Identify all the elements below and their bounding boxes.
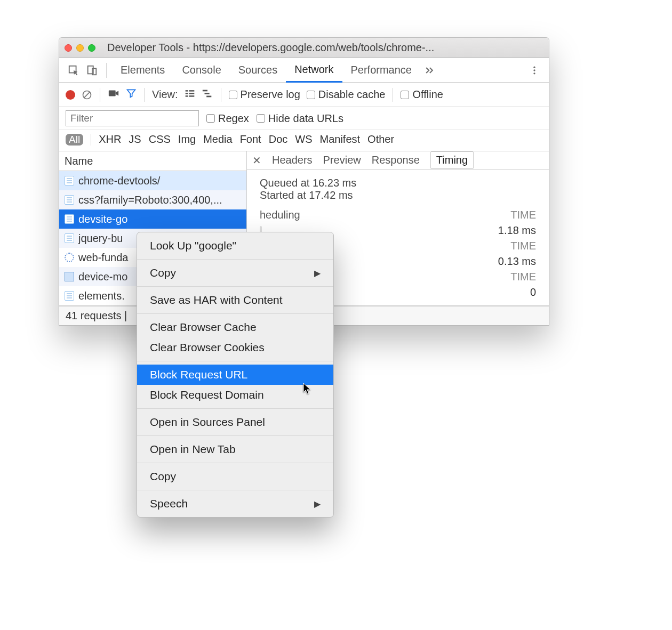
inspect-element-icon[interactable]: [65, 61, 83, 79]
svg-point-3: [533, 66, 535, 68]
timing-time-header: TIME: [510, 240, 536, 252]
offline-label: Offline: [412, 88, 443, 101]
type-filter-media[interactable]: Media: [203, 133, 232, 146]
svg-point-4: [533, 69, 535, 71]
tab-console[interactable]: Console: [173, 58, 229, 83]
request-row[interactable]: chrome-devtools/: [59, 171, 246, 190]
type-filter-manifest[interactable]: Manifest: [319, 133, 360, 146]
type-filter-xhr[interactable]: XHR: [99, 133, 121, 146]
device-toggle-icon[interactable]: [83, 61, 101, 79]
tab-preview[interactable]: Preview: [323, 154, 361, 166]
window-title: Developer Tools - https://developers.goo…: [107, 42, 543, 54]
context-menu-separator: [137, 435, 333, 436]
timing-time-header: TIME: [510, 271, 536, 283]
context-menu-item[interactable]: Block Request Domain: [137, 385, 333, 405]
context-menu-item[interactable]: Copy▶: [137, 263, 333, 283]
preserve-log-checkbox[interactable]: Preserve log: [229, 88, 300, 101]
svg-point-5: [533, 72, 535, 74]
context-menu-separator: [137, 259, 333, 260]
waterfall-view-icon[interactable]: [202, 88, 213, 101]
toolbar-divider: [106, 63, 107, 78]
doc-file-icon: [65, 233, 74, 243]
details-tabs: ✕ Headers Preview Response Timing: [247, 151, 549, 169]
svg-rect-9: [185, 90, 188, 92]
titlebar: Developer Tools - https://developers.goo…: [59, 38, 549, 58]
context-menu-label: Clear Browser Cache: [150, 321, 257, 334]
tab-response[interactable]: Response: [372, 154, 420, 166]
context-menu-item[interactable]: Save as HAR with Content: [137, 290, 333, 310]
context-menu-label: Open in New Tab: [150, 443, 236, 456]
large-rows-icon[interactable]: [185, 88, 195, 101]
window-close-button[interactable]: [65, 44, 72, 52]
type-filter-js[interactable]: JS: [129, 133, 141, 146]
filter-input[interactable]: [66, 110, 199, 126]
tab-sources[interactable]: Sources: [230, 58, 286, 83]
context-menu-label: Look Up "google": [150, 239, 236, 252]
request-row[interactable]: devsite-go: [59, 209, 246, 229]
timing-time-header: TIME: [510, 209, 536, 221]
img-file-icon: [65, 272, 74, 281]
context-menu-label: Block Request URL: [150, 368, 247, 381]
context-menu-item[interactable]: Block Request URL: [137, 365, 333, 385]
disable-cache-label: Disable cache: [318, 88, 386, 101]
name-column-header[interactable]: Name: [59, 151, 246, 171]
clear-icon[interactable]: [82, 90, 92, 100]
main-tabs: Elements Console Sources Network Perform…: [59, 58, 549, 83]
type-filter-ws[interactable]: WS: [295, 133, 312, 146]
context-menu-item[interactable]: Speech▶: [137, 494, 333, 514]
regex-label: Regex: [218, 112, 249, 125]
network-toolbar: View: Preserve log Disable cache Offline: [59, 83, 549, 107]
type-filter-css[interactable]: CSS: [149, 133, 171, 146]
tab-performance[interactable]: Performance: [342, 58, 421, 83]
context-menu-separator: [137, 286, 333, 287]
settings-kebab-icon[interactable]: [525, 61, 543, 79]
type-filter-other[interactable]: Other: [367, 133, 394, 146]
hide-data-urls-checkbox[interactable]: Hide data URLs: [257, 112, 343, 125]
context-menu-item[interactable]: Look Up "google": [137, 236, 333, 256]
context-menu-item[interactable]: Open in Sources Panel: [137, 412, 333, 432]
preserve-log-label: Preserve log: [241, 88, 300, 101]
window-maximize-button[interactable]: [88, 44, 95, 52]
checkbox-box: [401, 91, 409, 99]
toolbar-divider: [144, 88, 145, 102]
tab-elements[interactable]: Elements: [112, 58, 173, 83]
context-menu: Look Up "google"Copy▶Save as HAR with Co…: [137, 232, 334, 518]
svg-rect-12: [189, 93, 194, 94]
context-menu-item[interactable]: Copy: [137, 466, 333, 487]
camera-icon[interactable]: [108, 88, 119, 101]
filter-toggle-icon[interactable]: [126, 88, 137, 101]
context-menu-label: Copy: [150, 266, 176, 279]
regex-checkbox[interactable]: Regex: [206, 112, 249, 125]
window-traffic-lights: [65, 44, 95, 52]
timing-value: 0: [530, 286, 536, 298]
context-menu-item[interactable]: Clear Browser Cookies: [137, 337, 333, 358]
offline-checkbox[interactable]: Offline: [401, 88, 443, 101]
toolbar-divider: [393, 88, 393, 102]
window-minimize-button[interactable]: [76, 44, 84, 52]
context-menu-separator: [137, 361, 333, 361]
close-details-icon[interactable]: ✕: [252, 154, 261, 167]
svg-rect-14: [189, 95, 194, 97]
view-label: View:: [152, 88, 178, 101]
timing-queued: Queued at 16.23 ms: [260, 177, 536, 189]
tabs-overflow-icon[interactable]: [420, 61, 438, 79]
context-menu-item[interactable]: Open in New Tab: [137, 439, 333, 459]
tab-timing[interactable]: Timing: [430, 151, 474, 169]
checkbox-box: [307, 91, 315, 99]
context-menu-label: Save as HAR with Content: [150, 294, 283, 306]
type-filter-doc[interactable]: Doc: [269, 133, 288, 146]
tab-network[interactable]: Network: [286, 58, 342, 83]
context-menu-item[interactable]: Clear Browser Cache: [137, 317, 333, 337]
type-filter-all[interactable]: All: [66, 134, 83, 146]
svg-rect-16: [204, 93, 209, 94]
type-filter-font[interactable]: Font: [240, 133, 261, 146]
submenu-arrow-icon: ▶: [314, 499, 321, 509]
tab-headers[interactable]: Headers: [272, 154, 313, 166]
svg-rect-11: [185, 93, 188, 94]
svg-rect-8: [109, 91, 116, 96]
type-filter-img[interactable]: Img: [178, 133, 196, 146]
disable-cache-checkbox[interactable]: Disable cache: [307, 88, 386, 101]
record-button[interactable]: [66, 90, 75, 100]
request-row[interactable]: css?family=Roboto:300,400,...: [59, 190, 246, 209]
svg-rect-13: [185, 95, 188, 97]
